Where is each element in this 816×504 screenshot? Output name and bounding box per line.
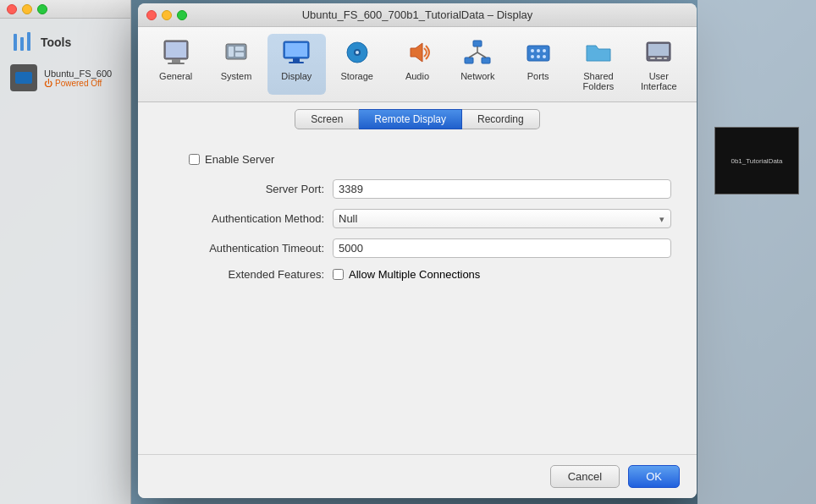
ports-label: Ports [527,71,549,81]
svg-rect-19 [473,41,482,47]
auth-method-row: Authentication Method: Null External Gue… [163,209,671,228]
svg-rect-20 [465,58,473,63]
tools-icon [10,30,34,54]
svg-rect-36 [664,58,667,59]
allow-multiple-text: Allow Multiple Connections [349,268,480,281]
svg-rect-9 [235,47,244,51]
svg-rect-4 [166,42,186,58]
svg-rect-8 [229,47,234,57]
auth-method-select[interactable]: Null External Guest [333,209,671,228]
toolbar-item-user-interface[interactable]: User Interface [630,34,688,95]
auth-timeout-label: Authentication Timeout: [163,242,333,255]
dialog-content: Enable Server Server Port: Authenticatio… [138,136,697,454]
svg-line-24 [477,52,486,58]
dialog-maximize-button[interactable] [177,10,187,20]
svg-rect-35 [657,58,662,59]
toolbar-item-audio[interactable]: Audio [388,34,446,95]
server-port-row: Server Port: [163,179,671,199]
dialog-titlebar: Ubuntu_FS_600_700b1_TutorialData – Displ… [138,3,697,27]
svg-point-30 [537,55,540,58]
toolbar-item-system[interactable]: System [207,34,265,95]
svg-rect-21 [482,58,490,63]
shared-folders-label: Shared Folders [574,71,622,91]
sidebar: Tools Ubuntu_FS_600 ⏻ Powered Off [0,0,131,504]
svg-rect-13 [293,58,300,62]
ok-button[interactable]: OK [628,465,680,488]
svg-rect-5 [172,59,180,63]
auth-method-field: Null External Guest [333,209,671,228]
tools-label: Tools [41,36,71,49]
dialog-minimize-button[interactable] [162,10,172,20]
storage-label: Storage [340,71,373,81]
svg-rect-2 [27,32,30,51]
allow-multiple-label[interactable]: Allow Multiple Connections [333,268,671,281]
audio-icon [402,37,433,68]
vm-info: Ubuntu_FS_600 ⏻ Powered Off [44,68,112,88]
user-interface-icon [643,37,674,68]
network-icon [462,37,493,68]
svg-rect-14 [289,62,304,63]
sidebar-item-vm[interactable]: Ubuntu_FS_600 ⏻ Powered Off [0,59,130,96]
vm-preview-thumbnail: 0b1_TutorialData [714,127,799,194]
main-dialog: Ubuntu_FS_600_700b1_TutorialData – Displ… [138,3,697,498]
system-icon [221,37,251,68]
enable-server-checkbox[interactable] [189,154,200,165]
toolbar: General System [138,27,697,102]
svg-rect-6 [168,63,185,64]
dialog-title: Ubuntu_FS_600_700b1_TutorialData – Displ… [138,8,697,21]
extended-features-label: Extended Features: [163,268,333,281]
vm-status: ⏻ Powered Off [44,79,112,88]
svg-point-27 [537,49,540,52]
toolbar-item-storage[interactable]: Storage [328,34,386,95]
server-port-input[interactable] [333,179,671,199]
toolbar-item-ports[interactable]: Ports [509,34,567,95]
system-label: System [221,71,252,81]
sidebar-tools-header: Tools [0,25,130,59]
extended-features-control: Allow Multiple Connections [333,268,671,281]
tab-bar: Screen Remote Display Recording [138,102,697,136]
auth-timeout-row: Authentication Timeout: [163,238,671,258]
svg-point-29 [531,55,534,58]
general-icon [161,37,191,68]
sidebar-content: Tools Ubuntu_FS_600 ⏻ Powered Off [0,19,130,103]
shared-folders-icon [583,37,614,68]
close-button[interactable] [7,4,17,14]
extended-features-row: Extended Features: Allow Multiple Connec… [163,268,671,281]
minimize-button[interactable] [22,4,32,14]
auth-timeout-field [333,238,671,258]
tab-remote-display[interactable]: Remote Display [359,109,462,129]
audio-label: Audio [405,71,429,81]
enable-server-row: Enable Server [189,153,671,166]
server-port-field [333,179,671,199]
dialog-footer: Cancel OK [138,454,697,498]
right-panel: 0b1_TutorialData [697,0,816,504]
toolbar-item-general[interactable]: General [146,34,205,95]
display-icon [281,37,312,68]
sidebar-titlebar [0,0,130,19]
vm-thumbnail [10,64,37,91]
svg-rect-1 [20,37,24,51]
svg-rect-25 [527,46,549,61]
vm-name: Ubuntu_FS_600 [44,68,112,79]
dialog-close-button[interactable] [146,10,157,20]
tab-screen[interactable]: Screen [295,109,359,129]
svg-rect-0 [14,34,17,51]
network-label: Network [460,71,494,81]
maximize-button[interactable] [37,4,47,14]
tab-recording[interactable]: Recording [462,109,540,129]
svg-marker-18 [411,43,422,62]
svg-point-28 [543,49,546,52]
general-label: General [159,71,192,81]
toolbar-item-shared-folders[interactable]: Shared Folders [569,34,627,95]
auth-timeout-input[interactable] [333,238,671,258]
cancel-button[interactable]: Cancel [550,465,620,488]
user-interface-label: User Interface [635,71,683,91]
svg-rect-10 [235,52,244,57]
display-label: Display [281,71,312,81]
toolbar-item-display[interactable]: Display [267,34,326,95]
svg-rect-34 [650,58,655,59]
toolbar-item-network[interactable]: Network [449,34,507,95]
svg-rect-12 [285,43,307,57]
allow-multiple-checkbox[interactable] [333,269,344,280]
enable-server-label[interactable]: Enable Server [205,153,274,166]
